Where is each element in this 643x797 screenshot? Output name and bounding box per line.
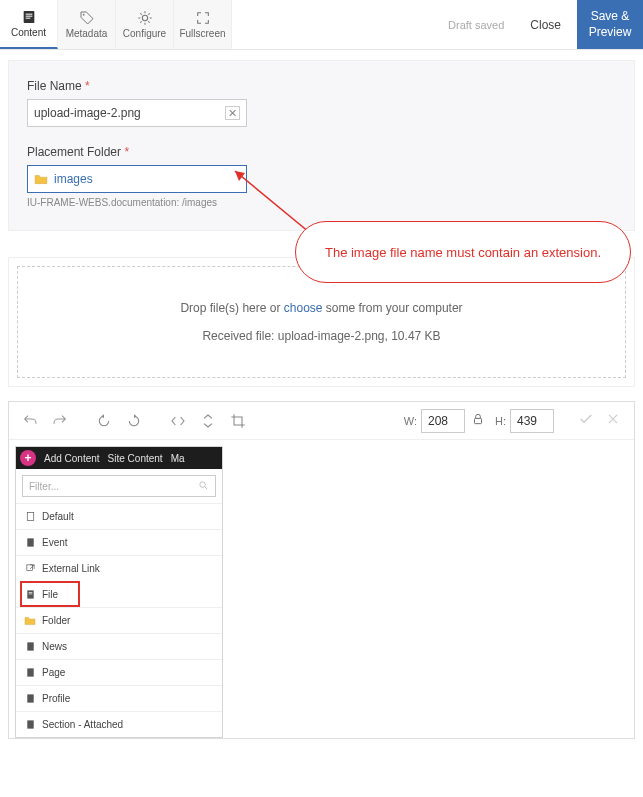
required-star: * <box>85 79 90 93</box>
svg-point-5 <box>142 15 147 20</box>
redo-icon <box>52 413 68 429</box>
svg-rect-6 <box>475 418 482 423</box>
list-item: Profile <box>16 685 222 711</box>
annotation-callout: The image file name must contain an exte… <box>295 221 631 283</box>
list-item-file-highlighted: File <box>20 581 80 607</box>
height-label: H: <box>495 415 506 427</box>
image-preview: + Add Content Site Content Ma Filter... … <box>15 446 223 738</box>
height-input[interactable] <box>510 409 554 433</box>
redo-button[interactable] <box>47 408 73 434</box>
flip-vertical-button[interactable] <box>195 408 221 434</box>
file-name-input[interactable]: upload-image-2.png ✕ <box>27 99 247 127</box>
inner-filter-row: Filter... <box>16 469 222 503</box>
svg-rect-1 <box>25 14 32 15</box>
svg-rect-0 <box>23 11 34 23</box>
list-item: Folder <box>16 607 222 633</box>
editor-toolbar: W: H: <box>9 402 634 440</box>
document-icon <box>21 9 37 25</box>
svg-rect-13 <box>28 594 32 595</box>
svg-rect-11 <box>27 590 33 598</box>
svg-point-7 <box>200 481 206 487</box>
toolbar-spacer <box>232 0 438 49</box>
check-icon <box>578 411 594 427</box>
svg-rect-16 <box>27 694 33 702</box>
required-star: * <box>124 145 129 159</box>
close-button[interactable]: Close <box>514 0 577 49</box>
inner-filter-placeholder: Filter... <box>29 481 59 492</box>
svg-rect-9 <box>27 538 33 546</box>
svg-point-4 <box>82 14 84 16</box>
tab-fullscreen-label: Fullscreen <box>179 28 225 39</box>
inner-list: Default Event External Link File Folder … <box>16 503 222 737</box>
rotate-right-button[interactable] <box>121 408 147 434</box>
list-item: Event <box>16 529 222 555</box>
list-item: External Link <box>16 555 222 581</box>
inner-site-content: Site Content <box>108 453 163 464</box>
tab-content-label: Content <box>11 27 46 38</box>
gear-icon <box>137 10 153 26</box>
page-dark-icon <box>24 719 36 731</box>
apply-button[interactable] <box>572 411 600 430</box>
rotate-right-icon <box>126 413 142 429</box>
file-icon <box>24 589 36 601</box>
file-name-value: upload-image-2.png <box>34 106 225 120</box>
external-link-icon <box>24 563 36 575</box>
list-item: Default <box>16 503 222 529</box>
fullscreen-icon <box>195 10 211 26</box>
svg-rect-8 <box>27 512 33 520</box>
page-dark-icon <box>24 537 36 549</box>
page-dark-icon <box>24 693 36 705</box>
undo-button[interactable] <box>17 408 43 434</box>
aspect-lock-button[interactable] <box>465 412 491 429</box>
dropzone-prompt: Drop file(s) here or choose some from yo… <box>180 301 462 315</box>
svg-rect-12 <box>28 592 32 593</box>
inner-trailing: Ma <box>171 453 185 464</box>
tab-fullscreen[interactable]: Fullscreen <box>174 0 232 49</box>
tab-content[interactable]: Content <box>0 0 58 49</box>
placement-folder-value: images <box>54 172 93 186</box>
clear-icon[interactable]: ✕ <box>225 106 240 120</box>
flip-horizontal-button[interactable] <box>165 408 191 434</box>
folder-icon <box>24 615 36 627</box>
inner-filter-input: Filter... <box>22 475 216 497</box>
svg-rect-17 <box>27 720 33 728</box>
inner-header: + Add Content Site Content Ma <box>16 447 222 469</box>
image-editor: W: H: + Add Content Site Content Ma Filt… <box>8 401 635 739</box>
choose-link[interactable]: choose <box>284 301 323 315</box>
rotate-left-button[interactable] <box>91 408 117 434</box>
form-panel: File Name * upload-image-2.png ✕ Placeme… <box>8 60 635 231</box>
tag-icon <box>79 10 95 26</box>
placement-folder-picker[interactable]: images <box>27 165 247 193</box>
list-item: Section - Attached <box>16 711 222 737</box>
list-item: Page <box>16 659 222 685</box>
tab-configure[interactable]: Configure <box>116 0 174 49</box>
save-preview-button[interactable]: Save & Preview <box>577 0 643 49</box>
svg-rect-3 <box>25 18 30 19</box>
page-dark-icon <box>24 667 36 679</box>
file-name-label: File Name * <box>27 79 616 93</box>
svg-rect-2 <box>25 16 32 17</box>
close-icon <box>606 412 620 426</box>
search-icon <box>198 480 209 493</box>
undo-icon <box>22 413 38 429</box>
rotate-left-icon <box>96 413 112 429</box>
svg-rect-14 <box>27 642 33 650</box>
flip-vertical-icon <box>200 413 216 429</box>
page-icon <box>24 511 36 523</box>
tab-metadata[interactable]: Metadata <box>58 0 116 49</box>
width-label: W: <box>404 415 417 427</box>
svg-rect-15 <box>27 668 33 676</box>
crop-button[interactable] <box>225 408 251 434</box>
folder-icon <box>34 173 48 185</box>
plus-icon: + <box>20 450 36 466</box>
tab-configure-label: Configure <box>123 28 166 39</box>
cancel-button[interactable] <box>600 412 626 430</box>
page-dark-icon <box>24 641 36 653</box>
placement-folder-label: Placement Folder * <box>27 145 616 159</box>
width-input[interactable] <box>421 409 465 433</box>
flip-horizontal-icon <box>170 413 186 429</box>
lock-icon <box>471 412 485 426</box>
crop-icon <box>230 413 246 429</box>
top-toolbar: Content Metadata Configure Fullscreen Dr… <box>0 0 643 50</box>
inner-add-content: Add Content <box>44 453 100 464</box>
